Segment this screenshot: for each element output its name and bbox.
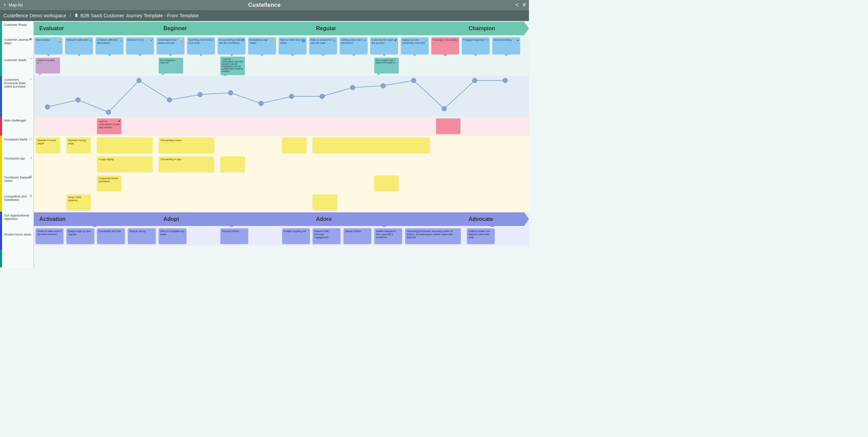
journey-step-card[interactable]: Incorporating product into live workflow… <box>218 37 245 54</box>
journey-step-label: Need arises <box>36 38 50 41</box>
lane-label-focus[interactable]: Product focus areas <box>2 231 34 250</box>
lane-label-needs[interactable]: Customer needs❞ <box>2 56 34 76</box>
speech-tail-icon <box>162 73 165 76</box>
emotion-point[interactable] <box>320 94 324 99</box>
emotion-point[interactable] <box>106 110 111 115</box>
lane-label-objectives[interactable]: Our organizational objectives <box>2 212 34 231</box>
clock-icon: ⏱ <box>211 38 214 42</box>
lane-card[interactable] <box>220 156 245 172</box>
lane-card[interactable] <box>313 137 430 153</box>
lane-card[interactable]: features that increase engagement <box>313 228 340 244</box>
journey-step-card[interactable]: Engaged superuser↻ <box>462 37 490 54</box>
emotion-point[interactable] <box>411 78 416 83</box>
back-to-map-list[interactable]: Map list <box>3 3 23 8</box>
objective-activation[interactable]: Activation <box>34 212 155 226</box>
journey-step-card[interactable]: Spending more time in product⏱ <box>187 37 215 54</box>
lane-card[interactable]: Invite to power use features, and beta t… <box>467 228 495 244</box>
breadcrumb-workspace[interactable]: Custellence Demo workspace <box>3 13 66 18</box>
svg-point-0 <box>517 3 518 4</box>
emotion-line-chart <box>34 76 529 117</box>
lane-card[interactable] <box>282 137 307 153</box>
emotion-point[interactable] <box>503 78 508 83</box>
lane-card[interactable] <box>313 194 337 210</box>
star-icon: ★ <box>363 38 367 42</box>
lane-card[interactable]: Improving processes, removing points of … <box>405 228 461 244</box>
lane-card[interactable]: Easy to complete key tasks <box>159 228 186 244</box>
journey-step-card[interactable]: Rely on product for key use case◎ <box>309 37 337 54</box>
phase-regular[interactable]: Regular <box>308 22 460 35</box>
customer-need-note[interactable]: I need to understand how this product ca… <box>220 57 245 75</box>
lane-card[interactable]: Reduce friction <box>220 228 248 244</box>
lane-card[interactable]: reduce friction <box>343 228 371 244</box>
journey-step-card[interactable]: Exploring the depth of the product★ <box>370 37 398 54</box>
emotion-point[interactable] <box>259 101 263 106</box>
journey-step-card[interactable]: Decision to try✔ <box>126 37 154 54</box>
lane-card[interactable]: Enable ongoing use <box>282 228 310 244</box>
lane-card[interactable]: Easy to set up <box>128 228 156 244</box>
lane-card[interactable]: Website Pricing page <box>66 137 91 153</box>
journey-step-label: Getting value each interaction <box>341 38 362 44</box>
journey-step-card[interactable]: Compare different alternatives🔍 <box>96 37 123 54</box>
lane-card[interactable]: Onboarding in app <box>159 156 214 172</box>
journey-step-card[interactable]: Research alternatives🔍 <box>65 37 93 54</box>
stack-icon: ≣ <box>242 38 244 42</box>
app-logo: Custellence <box>248 2 280 8</box>
emotion-point[interactable] <box>137 78 141 83</box>
share-icon[interactable] <box>515 3 519 8</box>
journey-step-card[interactable]: Want to learn from others👥 <box>279 37 307 54</box>
emotion-point[interactable] <box>289 94 294 99</box>
customer-need-note[interactable]: As a regular user I need to be able to… <box>374 58 399 73</box>
customer-need-note[interactable]: I need to be able to… <box>36 58 60 73</box>
lane-label-app[interactable]: Touchpoint App▯ <box>2 155 34 174</box>
phase-beginner[interactable]: Beginner <box>155 22 308 35</box>
phase-evaluator[interactable]: Evaluator <box>34 22 155 35</box>
canvas[interactable]: EvaluatorBeginnerRegularChampion Need ar… <box>34 21 529 267</box>
lane-card[interactable]: Other CRM systems <box>66 194 91 210</box>
breadcrumb-map[interactable]: B2B SaaS Customer Journey Template - Fro… <box>74 13 199 18</box>
journey-step-card[interactable]: Happy use and ownership over time☺ <box>401 37 429 54</box>
lane-card[interactable]: enable integration into customer's workf… <box>374 228 402 244</box>
bulb-icon: 💡 <box>179 38 183 42</box>
emotion-point[interactable] <box>228 91 233 95</box>
emotion-point[interactable] <box>381 83 386 88</box>
emotion-point[interactable] <box>442 106 447 111</box>
lane-card[interactable]: Guide to value and to the AHA-moment <box>36 228 63 244</box>
journey-step-card[interactable]: Getting value each interaction★ <box>340 37 368 54</box>
objective-advocate[interactable]: Advocate <box>460 212 524 226</box>
journey-step-card[interactable]: Recommending➥ <box>492 37 520 54</box>
lane-card[interactable]: Easy to sign up and register <box>66 228 94 244</box>
objective-adore[interactable]: Adore <box>308 212 460 226</box>
emotion-point[interactable] <box>350 85 355 90</box>
emotion-point[interactable] <box>198 92 202 97</box>
lane-card[interactable]: Onboarding online <box>159 137 214 153</box>
journey-step-card[interactable]: Need arises🔔 <box>35 37 62 54</box>
lane-label-support[interactable]: Touchpoint Support center▤ <box>2 174 34 193</box>
phase-champion[interactable]: Champion <box>460 22 524 35</box>
lane-card[interactable]: Successful first visit <box>97 228 125 244</box>
lane-card[interactable] <box>436 118 460 134</box>
lane-card[interactable] <box>97 137 153 153</box>
lane-label-emotion[interactable]: Customers Emotional State online purchas… <box>2 76 34 117</box>
touchpoint-web-row: Website Product pagesWebsite Pricing pag… <box>34 136 529 155</box>
lane-card[interactable]: In app signup <box>97 156 153 172</box>
journey-step-card[interactable]: Redesign of product☹ <box>431 37 459 54</box>
journey-step-card[interactable]: Evaluating edge cases✋ <box>248 37 276 54</box>
journey-step-card[interactable]: Understand how needs are met💡 <box>157 37 184 54</box>
lane-card[interactable] <box>374 175 399 191</box>
lane-label-web[interactable]: Touchpoint Webb▢ <box>2 136 34 155</box>
lane-card[interactable]: Website Product pages <box>36 137 60 153</box>
lane-label-steps[interactable]: Customer Journey steps▣ <box>2 36 34 56</box>
menu-icon[interactable] <box>522 3 526 8</box>
emotion-point[interactable] <box>167 97 172 102</box>
lane-card[interactable]: Hard to understand, to few help articles… <box>97 118 121 134</box>
lane-label-competitors[interactable]: Competitors and Substitutes⊕ <box>2 193 34 212</box>
emotion-point[interactable] <box>45 104 50 109</box>
journey-step-label: Decision to try <box>127 38 144 41</box>
objective-adopt[interactable]: Adopt <box>155 212 308 226</box>
customer-need-note[interactable]: As a beginner I need to… <box>159 58 183 73</box>
emotion-point[interactable] <box>472 78 477 83</box>
lane-label-challenges[interactable]: Main challenges <box>2 117 34 136</box>
lane-label-phase[interactable]: Customer Phase <box>2 21 34 36</box>
emotion-point[interactable] <box>76 97 80 102</box>
lane-card[interactable]: Frequently Asked Questions <box>97 175 121 191</box>
